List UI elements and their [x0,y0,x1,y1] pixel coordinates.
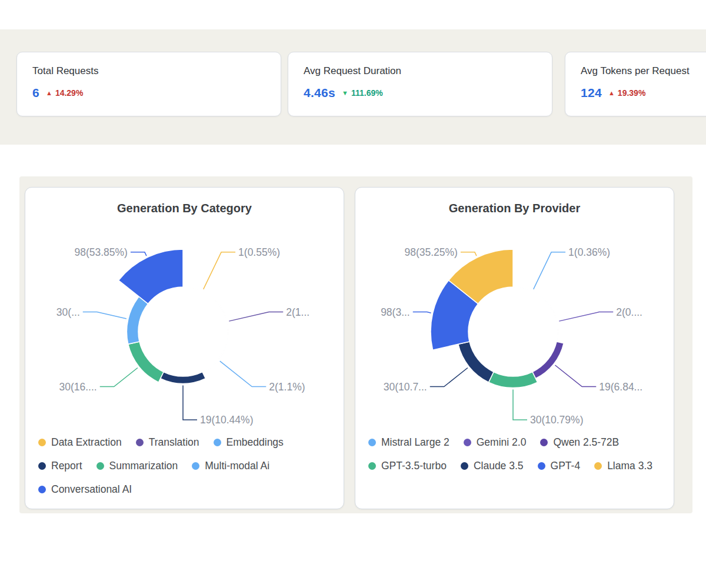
pie-slice-gemini-2-0[interactable] [548,303,558,342]
chart-card-generation-by-provider: Generation By Provider 1(0.36%)2(0....19… [355,187,674,509]
legend-label: Conversational AI [51,482,132,497]
label-connector-line [413,312,431,313]
label-connector-line [220,361,266,386]
provider-rose-chart: 1(0.36%)2(0....19(6.84...30(10.79%)30(10… [355,217,674,435]
pie-slice-embeddings[interactable] [202,342,227,373]
pie-slice-report[interactable] [161,372,206,383]
stat-card-avg-tokens-per-request: Avg Tokens per Request 124 ▲ 19.39% [565,52,706,116]
legend-dot-icon [464,439,471,446]
legend-item-embeddings[interactable]: Embeddings [214,435,284,450]
slice-label: 30(16.... [59,381,97,393]
category-rose-chart: 1(0.55%)2(1...2(1.1%)19(10.44%)30(16....… [25,217,344,435]
legend-label: Multi-modal Ai [205,458,269,474]
trend-up-icon: ▲ [46,89,52,96]
slice-label: 2(0.... [616,306,642,318]
pie-slice-translation[interactable] [218,303,228,342]
pie-slice-multi-modal-ai[interactable] [126,296,148,344]
pie-slice-mistral-large-2[interactable] [513,286,548,304]
slice-label: 30(10.7... [384,381,427,393]
legend-label: GPT-3.5-turbo [381,458,447,474]
pie-slice-summarization[interactable] [128,342,164,382]
slice-label: 98(35.25%) [404,246,457,258]
legend-item-multi-modal-ai[interactable]: Multi-modal Ai [192,458,269,474]
slice-label: 2(1... [286,306,309,318]
stat-value: 4.46s [304,86,335,100]
legend-item-report[interactable]: Report [38,458,82,474]
trend-down-icon: ▼ [342,89,348,96]
legend-label: Report [51,458,82,474]
pie-slice-conversational-ai[interactable] [119,249,183,304]
slice-label: 30(... [56,306,80,318]
legend-dot-icon [368,462,376,470]
legend-item-claude-3-5[interactable]: Claude 3.5 [461,458,524,474]
legend-label: Mistral Large 2 [381,435,449,450]
stat-title: Avg Tokens per Request [581,65,706,77]
label-connector-line [559,312,613,322]
legend-item-gpt-3-5-turbo[interactable]: GPT-3.5-turbo [368,458,447,474]
legend-item-summarization[interactable]: Summarization [96,458,178,474]
legend-dot-icon [38,462,46,470]
slice-label: 2(1.1%) [269,381,305,393]
stat-delta: 14.29% [55,88,83,98]
label-connector-line [100,368,138,386]
legend-item-qwen-2-5-72b[interactable]: Qwen 2.5-72B [540,435,619,450]
legend-item-gpt-4[interactable]: GPT-4 [538,458,581,474]
category-legend: Data ExtractionTranslationEmbeddingsRepo… [38,435,335,497]
label-connector-line [513,390,527,420]
legend-dot-icon [540,439,548,446]
legend-dot-icon [38,439,46,446]
legend-item-translation[interactable]: Translation [136,435,199,450]
legend-item-llama-3-3[interactable]: Llama 3.3 [594,458,652,474]
legend-dot-icon [214,439,221,446]
trend-up-icon: ▲ [608,89,615,96]
chart-title: Generation By Category [25,202,344,217]
label-connector-line [131,252,146,256]
stat-title: Total Requests [32,65,281,77]
legend-dot-icon [136,439,144,446]
stat-title: Avg Request Duration [304,65,552,77]
pie-slice-qwen-2-5-72b[interactable] [532,342,564,379]
legend-label: Claude 3.5 [474,458,524,474]
stats-section: Total Requests 6 ▲ 14.29% Avg Request Du… [0,29,706,145]
stat-value: 6 [32,86,39,100]
label-connector-line [461,252,477,256]
legend-label: Llama 3.3 [607,458,652,474]
legend-dot-icon [192,462,199,470]
pie-slice-gpt-3-5-turbo[interactable] [489,372,538,387]
legend-dot-icon [368,439,376,446]
legend-dot-icon [461,462,468,470]
label-connector-line [229,312,283,322]
chart-title: Generation By Provider [355,202,674,217]
legend-item-gemini-2-0[interactable]: Gemini 2.0 [464,435,527,450]
legend-label: Summarization [109,458,178,474]
label-connector-line [83,312,126,319]
stat-card-total-requests: Total Requests 6 ▲ 14.29% [16,52,281,116]
chart-card-generation-by-category: Generation By Category 1(0.55%)2(1...2(1… [25,187,344,509]
legend-label: GPT-4 [551,458,581,474]
slice-label: 98(3... [381,306,410,318]
stats-row: Total Requests 6 ▲ 14.29% Avg Request Du… [0,29,706,116]
legend-dot-icon [38,486,46,493]
legend-item-data-extraction[interactable]: Data Extraction [38,435,122,450]
slice-label: 98(53.85%) [74,246,127,258]
stat-delta: 111.69% [351,88,383,98]
legend-dot-icon [594,462,602,470]
slice-label: 30(10.79%) [530,414,583,426]
pie-slice-data-extraction[interactable] [183,286,218,304]
charts-section: Generation By Category 1(0.55%)2(1...2(1… [19,176,692,513]
legend-label: Data Extraction [51,435,122,450]
legend-label: Translation [149,435,199,450]
stat-delta: 19.39% [618,88,645,98]
legend-item-conversational-ai[interactable]: Conversational AI [38,482,132,497]
slice-label: 1(0.36%) [568,246,610,258]
legend-dot-icon [538,462,545,470]
legend-label: Embeddings [227,435,284,450]
legend-dot-icon [96,462,104,470]
slice-label: 1(0.55%) [238,246,280,258]
legend-item-mistral-large-2[interactable]: Mistral Large 2 [368,435,449,450]
slice-label: 19(10.44%) [200,414,253,426]
label-connector-line [204,252,235,289]
label-connector-line [430,368,468,386]
pie-slice-claude-3-5[interactable] [458,342,494,382]
stat-card-avg-request-duration: Avg Request Duration 4.46s ▼ 111.69% [288,52,552,116]
